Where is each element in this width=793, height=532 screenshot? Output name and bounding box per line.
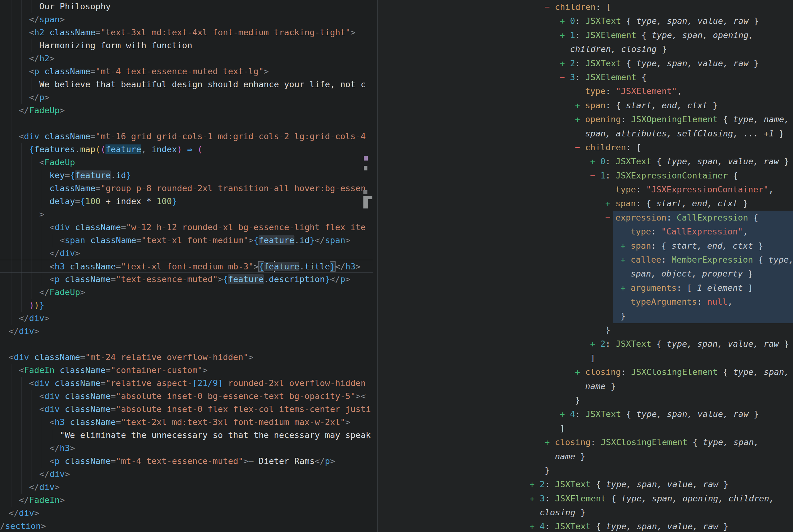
ast-node-line[interactable]: −children: [ (378, 140, 793, 154)
ast-node-line[interactable]: +span: { start, end, ctxt } (378, 196, 793, 210)
ast-node-line[interactable]: typeArguments: null, (378, 295, 793, 309)
expand-node-toggle[interactable]: + (575, 112, 585, 126)
code-line[interactable]: <p className="mt-4 text-essence-muted">—… (0, 455, 373, 468)
ast-node-line[interactable]: span, object, property } (378, 267, 793, 281)
ast-node-line[interactable]: +span: { start, end, ctxt } (378, 98, 793, 112)
ast-node-line[interactable]: name } (378, 450, 793, 463)
code-line[interactable]: </div> (0, 481, 373, 494)
code-line[interactable]: </FadeIn> (0, 494, 373, 507)
code-line[interactable]: <h2 className="text-3xl md:text-4xl font… (0, 26, 373, 39)
ast-node-line[interactable]: +4: JSXText { type, span, value, raw } (378, 407, 793, 421)
expand-node-toggle[interactable]: + (575, 98, 585, 112)
expand-node-toggle[interactable]: + (620, 253, 631, 267)
code-line[interactable]: <h3 className="text-2xl md:text-3xl font… (0, 416, 373, 429)
code-line[interactable]: className="group p-8 rounded-2xl transit… (0, 182, 373, 195)
ast-tree-panel[interactable]: −children: [+0: JSXText { type, span, va… (378, 0, 793, 532)
collapse-node-toggle[interactable]: − (545, 0, 555, 14)
ast-node-line[interactable]: +1: JSXElement { type, span, opening, (378, 28, 793, 42)
code-line[interactable]: Harmonizing form with function (0, 39, 373, 52)
ast-node-line[interactable]: −children: [ (378, 0, 793, 14)
left-code-editor[interactable]: Our Philosophy</span><h2 className="text… (0, 0, 373, 532)
ast-node-line[interactable]: } (378, 463, 793, 477)
expand-node-toggle[interactable]: + (545, 435, 555, 449)
expand-node-toggle[interactable]: + (590, 337, 600, 351)
code-line[interactable]: {features.map((feature, index) ⇒ ( (0, 143, 373, 156)
ast-node-line[interactable]: +2: JSXText { type, span, value, raw } (378, 56, 793, 70)
ast-node-line[interactable]: } (378, 323, 793, 337)
ast-node-line[interactable]: ] (378, 421, 793, 435)
ast-node-line[interactable]: ] (378, 351, 793, 365)
ast-node-line[interactable]: −3: JSXElement { (378, 70, 793, 84)
ast-node-line[interactable]: } (378, 309, 793, 323)
code-line[interactable]: </h3> (0, 442, 373, 455)
code-line[interactable]: delay={100 + index * 100} (0, 195, 373, 208)
code-line[interactable] (0, 117, 373, 130)
code-line[interactable] (0, 338, 373, 351)
ast-node-line[interactable]: +closing: JSXClosingElement { type, span… (378, 435, 793, 449)
code-line[interactable]: </FadeUp> (0, 104, 373, 117)
ast-node-line[interactable]: span, attributes, selfClosing, ... +1 } (378, 127, 793, 140)
expand-node-toggle[interactable]: + (560, 28, 570, 42)
collapse-node-toggle[interactable]: − (590, 169, 600, 183)
ast-node-line[interactable]: +2: JSXText { type, span, value, raw } (378, 477, 793, 491)
code-line[interactable]: </div> (0, 312, 373, 325)
code-line-current[interactable]: <h3 className="text-xl font-medium mb-3"… (0, 260, 373, 273)
expand-node-toggle[interactable]: + (560, 56, 570, 70)
ast-node-line[interactable]: type: "JSXExpressionContainer", (378, 183, 793, 196)
ast-node-line[interactable]: children, closing } (378, 42, 793, 56)
expand-node-toggle[interactable]: + (560, 14, 570, 28)
expand-node-toggle[interactable]: + (560, 407, 570, 421)
ast-node-line[interactable]: −1: JSXExpressionContainer { (378, 169, 793, 183)
ast-node-line[interactable]: type: "CallExpression", (378, 225, 793, 239)
collapse-node-toggle[interactable]: − (575, 140, 585, 154)
expand-node-toggle[interactable]: + (605, 196, 616, 210)
expand-node-toggle[interactable]: + (529, 519, 540, 532)
expand-node-toggle[interactable]: + (575, 365, 585, 379)
ast-node-line[interactable]: +4: JSXText { type, span, value, raw } (378, 519, 793, 532)
code-line[interactable]: </span> (0, 13, 373, 26)
ast-node-line[interactable]: +opening: JSXOpeningElement { type, name… (378, 112, 793, 126)
ast-node-line[interactable]: +arguments: [ 1 element ] (378, 281, 793, 295)
code-line[interactable]: </div> (0, 468, 373, 481)
ast-node-line[interactable]: +closing: JSXClosingElement { type, span… (378, 365, 793, 379)
code-line[interactable]: </div> (0, 247, 373, 260)
code-line[interactable]: <div className="absolute inset-0 bg-esse… (0, 390, 373, 403)
expand-node-toggle[interactable]: + (620, 281, 631, 295)
code-line[interactable]: ))} (0, 299, 373, 312)
ast-node-line[interactable]: +0: JSXText { type, span, value, raw } (378, 14, 793, 28)
code-line[interactable]: <div className="mt-16 grid grid-cols-1 m… (0, 130, 373, 143)
code-line[interactable]: <p className="text-essence-muted">{featu… (0, 273, 373, 286)
code-line[interactable]: "We eliminate the unnecessary so that th… (0, 429, 373, 442)
expand-node-toggle[interactable]: + (590, 154, 600, 168)
expand-node-toggle[interactable]: + (620, 239, 631, 253)
ast-node-line[interactable]: +2: JSXText { type, span, value, raw } (378, 337, 793, 351)
ast-node-line[interactable]: +0: JSXText { type, span, value, raw } (378, 154, 793, 168)
ast-node-line[interactable]: type: "JSXElement", (378, 84, 793, 98)
code-line[interactable]: <div className="relative aspect-[21/9] r… (0, 377, 373, 390)
ast-node-line[interactable]: +3: JSXElement { type, span, opening, ch… (378, 492, 793, 506)
ast-node-line[interactable]: } (378, 393, 793, 407)
code-line[interactable]: key={feature.id} (0, 169, 373, 182)
code-line[interactable]: <p className="mt-4 text-essence-muted te… (0, 65, 373, 78)
code-line[interactable]: We believe that beautiful design should … (0, 78, 373, 91)
collapse-node-toggle[interactable]: − (560, 70, 570, 84)
ast-node-line[interactable]: name } (378, 379, 793, 393)
code-line[interactable]: <div className="w-12 h-12 rounded-xl bg-… (0, 221, 373, 234)
code-line[interactable]: <FadeIn className="container-custom"> (0, 364, 373, 377)
code-line[interactable]: </div> (0, 325, 373, 338)
code-line[interactable]: </h2> (0, 52, 373, 65)
code-line[interactable]: <div className="mt-24 relative overflow-… (0, 351, 373, 364)
code-line[interactable]: <div className="absolute inset-0 flex fl… (0, 403, 373, 416)
code-line[interactable]: /section> (0, 520, 373, 532)
pane-divider[interactable] (377, 0, 378, 532)
expand-node-toggle[interactable]: + (529, 492, 540, 506)
collapse-node-toggle[interactable]: − (605, 211, 616, 225)
code-line[interactable]: </div> (0, 507, 373, 520)
code-line[interactable]: </FadeUp> (0, 286, 373, 299)
code-line[interactable]: </p> (0, 91, 373, 104)
code-line[interactable]: > (0, 208, 373, 221)
ast-node-line[interactable]: +callee: MemberExpression { type, (378, 253, 793, 267)
code-line[interactable]: <FadeUp (0, 156, 373, 169)
ast-node-line[interactable]: +span: { start, end, ctxt } (378, 239, 793, 253)
ast-node-line[interactable]: closing } (378, 506, 793, 519)
